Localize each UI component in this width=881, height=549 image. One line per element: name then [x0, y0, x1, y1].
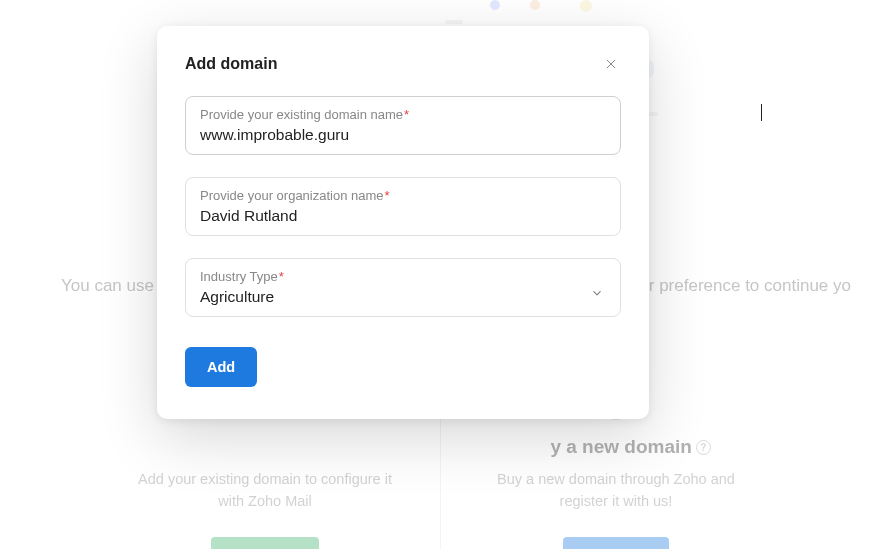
modal-title: Add domain	[185, 55, 277, 73]
organization-name-label: Provide your organization name*	[200, 188, 606, 203]
close-button[interactable]	[601, 54, 621, 74]
industry-type-value: Agriculture	[200, 288, 606, 306]
domain-name-input[interactable]	[200, 126, 606, 144]
industry-type-field[interactable]: Industry Type* Agriculture	[185, 258, 621, 317]
industry-type-label: Industry Type*	[200, 269, 606, 284]
add-button[interactable]: Add	[185, 347, 257, 387]
domain-name-field[interactable]: Provide your existing domain name*	[185, 96, 621, 155]
chevron-down-icon	[590, 286, 604, 304]
organization-name-input[interactable]	[200, 207, 606, 225]
domain-name-label: Provide your existing domain name*	[200, 107, 606, 122]
text-caret	[761, 104, 762, 121]
add-domain-modal: Add domain Provide your existing domain …	[157, 26, 649, 419]
close-icon	[604, 57, 618, 71]
organization-name-field[interactable]: Provide your organization name*	[185, 177, 621, 236]
